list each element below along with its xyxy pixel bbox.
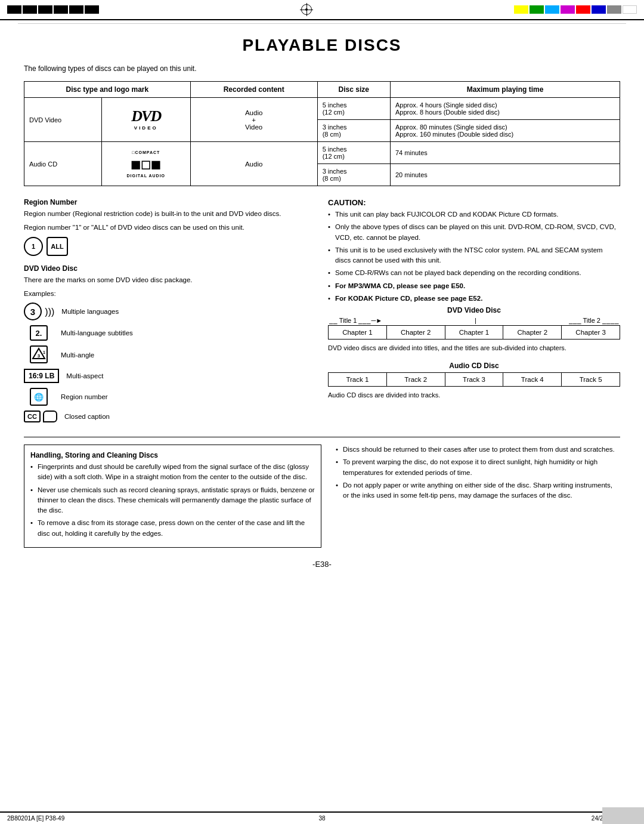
caution-item-2: Only the above types of discs can be pla… <box>328 222 620 243</box>
digital-audio-text: DIGITAL AUDIO <box>107 174 185 178</box>
header-recorded-content: Recorded content <box>190 82 317 98</box>
cc-icon-area: CC <box>24 411 57 422</box>
cd-logo-cell: □COMPACT ◼◻◼ DIGITAL AUDIO <box>101 142 190 186</box>
track-2: Track 2 <box>386 372 445 386</box>
cd-content: Audio <box>190 142 317 186</box>
chapter-table: Chapter 1 Chapter 2 Chapter 1 Chapter 2 … <box>328 325 620 340</box>
sound-waves-icon: ))) <box>45 307 54 317</box>
handling-right-item-3: Do not apply paper or write anything on … <box>336 480 620 501</box>
cd-type-label: Audio CD <box>24 142 102 186</box>
handling-section: Handling, Storing and Cleaning Discs Fin… <box>24 445 620 548</box>
caution-item-6: For KODAK Picture CD, please see page E5… <box>328 294 620 304</box>
dvd-diagram-note: DVD video discs are divided into titles,… <box>328 343 620 353</box>
title2-label: ⎯⎯⎯ Title 2 ⎯⎯⎯⎯ <box>569 317 619 324</box>
cd-time-1: 74 minutes <box>390 142 620 164</box>
audio-cd-note: Audio CD discs are divided into tracks. <box>328 390 620 400</box>
region-num-label: Region number <box>61 393 108 400</box>
cd-size-2: 3 inches(8 cm) <box>317 164 390 186</box>
header-disc-size: Disc size <box>317 82 390 98</box>
intro-text: The following types of discs can be play… <box>24 64 620 73</box>
speech-bubble-icon <box>43 411 57 422</box>
caution-item-1: This unit can play back FUJICOLOR CD and… <box>328 209 620 220</box>
track-3: Track 3 <box>445 372 503 386</box>
header-max-time: Maximum playing time <box>390 82 620 98</box>
aspect-box: 16:9 LB <box>24 369 59 383</box>
bottom-bar: 2B80201A [E] P38-49 38 24/2/03, 7:14 PM <box>0 811 644 824</box>
dvd-size-2: 3 inches(8 cm) <box>317 120 390 142</box>
dvd-video-disc-section: DVD Video Disc There are the marks on so… <box>24 264 316 423</box>
bottom-gray-block <box>602 807 644 824</box>
footer-left: 2B80201A [E] P38-49 <box>7 815 217 822</box>
dvd-logo-text: DVD <box>107 109 185 124</box>
handling-heading: Handling, Storing and Cleaning Discs <box>30 451 315 459</box>
chapter-5: Chapter 3 <box>562 326 620 340</box>
circle-3: 3 <box>24 303 42 320</box>
cd-disc-icon: ◼◻◼ <box>107 156 185 172</box>
caution-heading: CAUTION: <box>328 198 620 207</box>
angle-icon: 3 1 <box>24 345 54 364</box>
dvd-examples-label: Examples: <box>24 289 316 299</box>
dvd-icon-list: 3 ))) Multiple languages 2. Multi-langua… <box>24 303 316 422</box>
subtitles-label: Multi-language subtitles <box>61 329 133 337</box>
page-title: PLAYABLE DISCS <box>24 36 620 55</box>
icon-item-cc: CC Closed caption <box>24 411 316 422</box>
dvd-content: Audio+Video <box>190 98 317 142</box>
track-1: Track 1 <box>329 372 387 386</box>
audio-cd-title: Audio CD Disc <box>328 362 620 370</box>
aspect-icon: 16:9 LB <box>24 369 59 383</box>
dvd-logo-cell: DVD VIDEO <box>101 98 190 142</box>
angle-label: Multi-angle <box>61 351 94 359</box>
caution-item-4: Some CD-R/RWs can not be played back dep… <box>328 268 620 278</box>
handling-list-right: Discs should be returned to their cases … <box>336 445 620 501</box>
dvd-diagram-title: DVD Video Disc <box>328 306 620 314</box>
region-heading: Region Number <box>24 198 316 206</box>
region-number-section: Region Number Region number (Regional re… <box>24 198 316 256</box>
region-num-icon: 🌐 <box>24 388 54 406</box>
cc-box: CC <box>24 411 41 422</box>
region-globe-icon: 🌐 <box>30 388 48 406</box>
subtitles-icon: 2. <box>24 325 54 341</box>
title-arrow-row: ⎯⎯ Title 1 ⎯⎯⎯─► | ⎯⎯⎯ Title 2 ⎯⎯⎯⎯ <box>328 317 620 324</box>
caution-list: This unit can play back FUJICOLOR CD and… <box>328 209 620 304</box>
aspect-label: Multi-aspect <box>66 372 103 379</box>
dvd-type-label: DVD Video <box>24 98 102 142</box>
languages-label: Multiple languages <box>61 308 119 315</box>
section-divider <box>24 437 620 437</box>
handling-right-item-1: Discs should be returned to their cases … <box>336 445 620 455</box>
region-text2: Region number "1" or "ALL" of DVD video … <box>24 223 316 233</box>
cc-label: Closed caption <box>64 413 110 420</box>
handling-item-2: Never use chemicals such as record clean… <box>30 485 315 516</box>
disc-table: Disc type and logo mark Recorded content… <box>24 81 620 186</box>
icon-item-subtitles: 2. Multi-language subtitles <box>24 325 316 341</box>
caution-item-5: For MP3/WMA CD, please see page E50. <box>328 281 620 291</box>
region-icons: 1 ALL <box>24 237 316 256</box>
icon-item-region: 🌐 Region number <box>24 388 316 406</box>
chapter-4: Chapter 2 <box>503 326 562 340</box>
dvd-time-1: Approx. 4 hours (Single sided disc)Appro… <box>390 98 620 120</box>
box-2: 2. <box>30 325 48 341</box>
page-number: -E38- <box>24 560 620 569</box>
dvd-diagram: DVD Video Disc ⎯⎯ Title 1 ⎯⎯⎯─► | ⎯⎯⎯ Ti… <box>328 306 620 353</box>
color-strips-right <box>514 5 637 14</box>
dvd-disc-text: There are the marks on some DVD video di… <box>24 275 316 285</box>
header-disc-type: Disc type and logo mark <box>24 82 191 98</box>
handling-item-1: Fingerprints and dust should be carefull… <box>30 462 315 483</box>
track-4: Track 4 <box>503 372 562 386</box>
languages-icon: 3 ))) <box>24 303 54 320</box>
chapter-2: Chapter 2 <box>386 326 445 340</box>
region-1-icon: 1 <box>24 237 43 256</box>
cd-time-2: 20 minutes <box>390 164 620 186</box>
dvd-video-text: VIDEO <box>107 125 185 131</box>
black-strips-left <box>7 5 99 14</box>
region-text1: Region number (Regional restriction code… <box>24 209 316 219</box>
handling-right: Discs should be returned to their cases … <box>333 445 620 548</box>
crosshair-icon <box>300 3 313 16</box>
angle-box: 3 1 <box>30 345 48 363</box>
region-all-icon: ALL <box>47 237 68 256</box>
footer-center: 38 <box>217 815 427 822</box>
caution-section: CAUTION: This unit can play back FUJICOL… <box>328 198 620 304</box>
handling-item-3: To remove a disc from its storage case, … <box>30 518 315 539</box>
dvd-time-2: Approx. 80 minutes (Single sided disc)Ap… <box>390 120 620 142</box>
caution-item-3: This unit is to be used exclusively with… <box>328 245 620 266</box>
svg-text:3: 3 <box>38 353 41 359</box>
